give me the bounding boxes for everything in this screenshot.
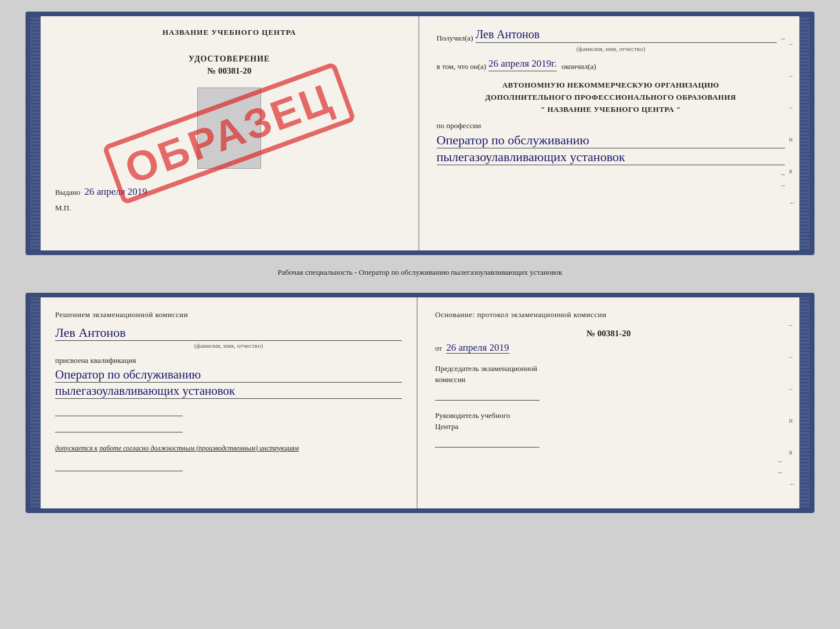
org-line3: " НАЗВАНИЕ УЧЕБНОГО ЦЕНТРА " [437,104,785,116]
kvalif-line1: Оператор по обслуживанию [55,368,201,381]
document-container: НАЗВАНИЕ УЧЕБНОГО ЦЕНТРА УДОСТОВЕРЕНИЕ №… [26,12,814,513]
book-spine-left-top [30,16,41,250]
blank-line-3 [55,459,183,471]
book-spine-left-bottom [30,297,41,508]
right-side-marks-bottom: – – – и я ← [789,321,796,489]
poluchil-name: Лев Антонов [476,28,777,43]
prisvoena-label: присвоена квалификация [55,356,402,365]
udostoverenie-label: УДОСТОВЕРЕНИЕ [55,54,404,64]
protocol-date-value: 26 апреля 2019 [446,342,509,354]
bottom-name: Лев Антонов [55,325,126,340]
resheniem-label: Решением экзаменационной комиссии [55,309,402,321]
top-book-left-page: НАЗВАНИЕ УЧЕБНОГО ЦЕНТРА УДОСТОВЕРЕНИЕ №… [41,16,419,250]
vtom-label: в том, что он(а) [437,62,487,71]
dopuskaetsya-label: допускается к [55,444,97,452]
protocol-ot: от [435,344,442,352]
book-spine-right-bottom [799,297,810,508]
osnovanie-label: Основание: протокол экзаменационной коми… [435,309,782,321]
photo-placeholder [197,88,261,169]
org-block: АВТОНОМНУЮ НЕКОММЕРЧЕСКУЮ ОРГАНИЗАЦИЮ ДО… [437,79,785,115]
vydano-line: Выдано 26 апреля 2019 [55,186,404,198]
name-line: Лев Антонов [55,325,402,341]
school-name-title: НАЗВАНИЕ УЧЕБНОГО ЦЕНТРА [55,28,404,37]
profession-line2: пылегазоулавливающих установок [437,150,625,164]
udostoverenie-block: УДОСТОВЕРЕНИЕ № 00381-20 [55,54,404,76]
vtom-date: 26 апреля 2019г. [488,58,557,71]
top-book-right-page: Получил(а) Лев Антонов – (фамилия, имя, … [419,16,800,250]
separator-text: Рабочая специальность - Оператор по обсл… [26,266,814,279]
udostoverenie-number: № 00381-20 [55,66,404,76]
vydano-date: 26 апреля 2019 [85,186,147,197]
bottom-certificate-book: Решением экзаменационной комиссии Лев Ан… [26,293,814,513]
predsedatel-signature-line [435,388,540,401]
poluchil-subtitle: (фамилия, имя, отчество) [437,45,785,52]
kvalif-line1-container: Оператор по обслуживанию [55,368,402,383]
dopuskaetsya-text: работе согласно должностным (производств… [99,444,299,452]
protocol-date: от 26 апреля 2019 [435,342,782,354]
profession-label: по профессии [437,121,785,130]
dopuskaetsya-block: допускается к работе согласно должностны… [55,444,402,453]
predsedatel-label: Председатель экзаменационной комиссии [435,363,782,386]
profession-line1-container: Оператор по обслуживанию [437,133,785,148]
profession-line2-container: пылегазоулавливающих установок [437,150,785,165]
vydano-label: Выдано [55,188,80,197]
bottom-book-right-page: Основание: протокол экзаменационной коми… [418,297,799,508]
rukovoditel-block: Руководитель учебного Центра [435,410,782,448]
mp-line: М.П. [55,203,404,213]
profession-line1: Оператор по обслуживанию [437,133,589,147]
kvalif-line2-container: пылегазоулавливающих установок [55,384,402,399]
org-line1: АВТОНОМНУЮ НЕКОММЕРЧЕСКУЮ ОРГАНИЗАЦИЮ [437,79,785,92]
book-spine-right-top [799,16,810,250]
blank-line-1 [55,403,183,416]
rukovoditel-signature-line [435,435,540,448]
predsedatel-block: Председатель экзаменационной комиссии [435,363,782,401]
kvalif-line2: пылегазоулавливающих установок [55,384,235,398]
blank-line-2 [55,420,183,432]
bottom-book-left-page: Решением экзаменационной комиссии Лев Ан… [41,297,418,508]
poluchil-row: Получил(а) Лев Антонов – [437,28,785,43]
bottom-dashes-right-bottom: – – [435,457,782,477]
poluchil-label: Получил(а) [437,34,473,43]
top-certificate-book: НАЗВАНИЕ УЧЕБНОГО ЦЕНТРА УДОСТОВЕРЕНИЕ №… [26,12,814,255]
protocol-number: № 00381-20 [435,329,782,339]
okonchil-label: окончил(а) [562,62,596,71]
org-line2: ДОПОЛНИТЕЛЬНОГО ПРОФЕССИОНАЛЬНОГО ОБРАЗО… [437,92,785,104]
name-subtitle: (фамилия, имя, отчество) [55,342,402,349]
vtom-row: в том, что он(а) 26 апреля 2019г. окончи… [437,58,785,71]
bottom-dashes-right: – – [437,170,785,190]
profession-block: по профессии Оператор по обслуживанию пы… [437,121,785,165]
dash-after-name: – [781,34,785,43]
right-side-marks: – – – и я ← [789,39,796,208]
rukovoditel-label: Руководитель учебного Центра [435,410,782,432]
